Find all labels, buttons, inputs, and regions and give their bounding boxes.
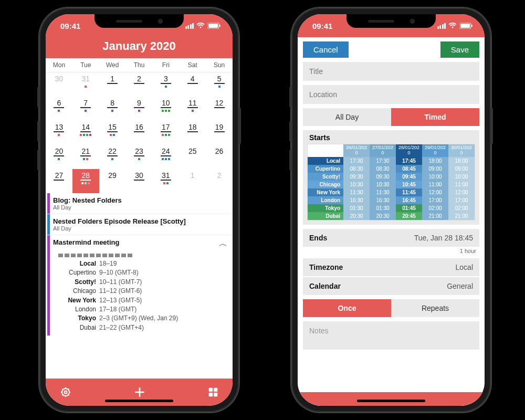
svg-rect-2 [219, 25, 220, 27]
tz-row: Dubai21–22 (GMT+4) [58, 323, 227, 332]
wifi-icon [196, 23, 205, 29]
timezone-breakdown: Local18–19Cupertino9–10 (GMT-8)Scotty!10… [47, 250, 233, 335]
svg-point-4 [65, 391, 67, 394]
day-cell[interactable]: 12 [206, 97, 233, 121]
add-icon[interactable] [133, 385, 146, 399]
ends-row[interactable]: Ends Tue, Jan 28 18:45 [303, 229, 479, 247]
month-grid[interactable]: 3031123456789101112131415161718192021222… [46, 72, 233, 193]
day-cell[interactable]: 19 [206, 121, 233, 145]
event-title: Mastermind meeting [53, 238, 119, 246]
day-cell[interactable]: 21 [72, 145, 99, 169]
dow-cell: Wed [99, 58, 126, 72]
day-cell[interactable]: 15 [99, 121, 126, 145]
day-cell[interactable]: 1 [179, 169, 206, 193]
home-indicator [357, 400, 425, 402]
day-cell[interactable]: 17 [152, 121, 179, 145]
calendar-row[interactable]: Calendar General [303, 277, 479, 295]
event-expanded[interactable]: Mastermind meeting ︿ [46, 235, 233, 250]
tz-row: Chicago11–12 (GMT-6) [58, 287, 227, 296]
picker-row[interactable]: London16:3016:3016:4517:0017:00 [308, 196, 475, 204]
day-cell[interactable]: 31 [152, 169, 179, 193]
event-title: Blog: Nested Folders [53, 196, 122, 204]
gear-icon[interactable] [59, 386, 72, 398]
event-item[interactable]: Nested Folders Episode Release [Scotty]A… [46, 214, 233, 235]
day-cell[interactable]: 18 [179, 121, 206, 145]
dow-cell: Tue [72, 58, 99, 72]
svg-rect-7 [209, 393, 213, 396]
ends-label: Ends [309, 234, 327, 242]
day-cell[interactable]: 31 [72, 72, 99, 97]
day-cell[interactable]: 7 [72, 97, 99, 121]
chevron-up-icon[interactable]: ︿ [219, 238, 227, 249]
day-cell[interactable]: 4 [179, 72, 206, 97]
picker-row[interactable]: New York11:3011:3011:4512:0012:00 [308, 188, 475, 196]
dow-cell: Sun [206, 58, 233, 72]
day-cell[interactable]: 22 [99, 145, 126, 169]
title-field[interactable]: Title [303, 62, 479, 81]
day-cell[interactable]: 11 [179, 97, 206, 121]
event-subtitle: All Day [53, 204, 122, 211]
svg-rect-5 [209, 388, 213, 392]
event-title: Nested Folders Episode Release [Scotty] [53, 217, 186, 225]
day-cell[interactable]: 5 [206, 72, 233, 97]
event-item[interactable]: Blog: Nested FoldersAll Day [46, 193, 233, 214]
picker-row[interactable]: Tokyo01:3001:3001:4502:0002:00 [308, 204, 475, 212]
allday-timed-segment[interactable]: All Day Timed [303, 108, 479, 126]
day-cell[interactable]: 27 [46, 169, 72, 193]
day-cell[interactable]: 10 [152, 97, 179, 121]
day-cell[interactable]: 28 [72, 169, 99, 193]
notch [94, 14, 184, 28]
picker-row[interactable]: Chicago10:3010:3010:4511:0011:00 [308, 181, 475, 188]
day-cell[interactable]: 2 [206, 169, 233, 193]
time-picker[interactable]: 26/01/202027/01/202028/01/202029/01/2020… [307, 144, 475, 220]
ends-value: Tue, Jan 28 18:45 [414, 234, 473, 242]
grid-icon[interactable] [207, 386, 219, 398]
bottom-accent [298, 392, 485, 406]
day-cell[interactable]: 3 [152, 72, 179, 97]
day-cell[interactable]: 30 [46, 72, 72, 97]
home-indicator [105, 400, 173, 402]
save-button[interactable]: Save [440, 41, 479, 58]
battery-icon [207, 23, 221, 29]
day-cell[interactable]: 26 [206, 145, 233, 169]
svg-rect-10 [460, 24, 470, 28]
day-cell[interactable]: 20 [46, 145, 72, 169]
picker-row[interactable]: Dubai20:3020:3020:4521:0021:00 [308, 212, 475, 220]
cancel-button[interactable]: Cancel [303, 41, 349, 58]
segment-timed[interactable]: Timed [391, 108, 479, 126]
event-subtitle: All Day [53, 225, 186, 232]
dow-cell: Fri [152, 58, 179, 72]
segment-allday[interactable]: All Day [303, 108, 391, 126]
timezone-row[interactable]: Timezone Local [303, 258, 479, 276]
day-cell[interactable]: 6 [46, 97, 72, 121]
day-cell[interactable]: 2 [126, 72, 153, 97]
day-cell[interactable]: 30 [126, 169, 153, 193]
day-cell[interactable]: 8 [99, 97, 126, 121]
notes-field[interactable]: Notes [303, 321, 479, 350]
day-cell[interactable]: 29 [99, 169, 126, 193]
day-cell[interactable]: 1 [99, 72, 126, 97]
location-field[interactable]: Location [303, 85, 479, 104]
picker-row[interactable]: Scotty!09:3009:3009:4510:0010:00 [308, 173, 475, 181]
dow-header: MonTueWedThuFriSatSun [46, 58, 233, 72]
tz-row: Scotty!10–11 (GMT-7) [58, 278, 227, 287]
calendar-title[interactable]: January 2020 [46, 37, 233, 58]
once-repeats-segment[interactable]: Once Repeats [303, 299, 479, 317]
day-cell[interactable]: 23 [126, 145, 153, 169]
event-form: Cancel Save Title Location All Day Timed… [298, 37, 485, 406]
day-cell[interactable]: 13 [46, 121, 72, 145]
picker-row[interactable]: Local17:3017:3017:4518:0018:00 [308, 157, 475, 165]
day-cell[interactable]: 16 [126, 121, 153, 145]
duration-label: 1 hour [303, 247, 479, 254]
day-cell[interactable]: 9 [126, 97, 153, 121]
segment-once[interactable]: Once [303, 299, 391, 317]
day-cell[interactable]: 14 [72, 121, 99, 145]
starts-section: Starts 26/01/202027/01/202028/01/202029/… [303, 130, 479, 225]
segment-repeats[interactable]: Repeats [391, 299, 479, 317]
phone-frame-left: 09:41 January 2020 MonTueWedThuFriSatSun… [39, 8, 239, 412]
day-cell[interactable]: 25 [179, 145, 206, 169]
picker-row[interactable]: Cupertino08:3008:3008:4509:0009:00 [308, 165, 475, 173]
tz-row: Tokyo2–3 (GMT+9) (Wed, Jan 29) [58, 314, 227, 323]
tz-row: London17–18 (GMT) [58, 305, 227, 314]
day-cell[interactable]: 24 [152, 145, 179, 169]
